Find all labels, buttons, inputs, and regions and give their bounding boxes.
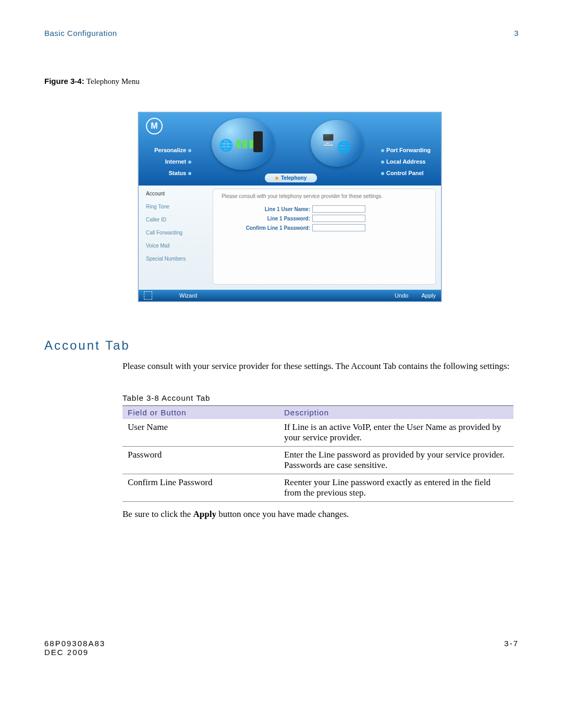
label-user-name: Line 1 User Name:	[222, 206, 312, 212]
nav-port-forwarding[interactable]: Port Forwarding	[379, 147, 431, 153]
form-hint: Please consult with your telephony servi…	[222, 193, 427, 199]
nav-control-panel[interactable]: Control Panel	[379, 170, 431, 176]
cell-field: User Name	[123, 419, 279, 447]
col-header-description: Description	[279, 405, 513, 419]
hero-graphic-left: 🌐 ▮▮▮	[212, 118, 274, 170]
input-line1-password[interactable]	[312, 215, 365, 222]
dot-icon	[188, 149, 191, 152]
section-heading: Account Tab	[44, 338, 519, 353]
dot-icon	[188, 161, 191, 164]
undo-button[interactable]: Undo	[395, 292, 408, 299]
page-number: 3-7	[504, 639, 519, 657]
label-confirm-password: Confirm Line 1 Password:	[222, 225, 312, 231]
input-line1-user-name[interactable]	[312, 205, 365, 213]
wizard-icon[interactable]	[144, 291, 152, 300]
col-header-field: Field or Button	[123, 405, 279, 419]
right-nav: Port Forwarding Local Address Control Pa…	[379, 147, 431, 181]
nav-status[interactable]: Status	[154, 170, 193, 176]
form-panel: Please consult with your telephony servi…	[213, 189, 436, 285]
section-paragraph: Please consult with your service provide…	[123, 361, 519, 373]
table-row: Password Enter the Line password as prov…	[123, 446, 513, 474]
figure-caption: Figure 3-4: Telephony Menu	[44, 77, 519, 86]
sidebar-item-call-forwarding[interactable]: Call Forwarding	[146, 230, 209, 236]
nav-personalize[interactable]: Personalize	[154, 147, 193, 153]
hero-graphic-right: 🖥️ 🌐	[311, 120, 363, 167]
sidebar: Account Ring Tone Caller ID Call Forward…	[139, 186, 213, 290]
app-footer: Wizard Undo Apply	[139, 290, 441, 301]
account-tab-table: Field or Button Description User Name If…	[123, 405, 513, 502]
left-nav: Personalize Internet Status	[154, 147, 193, 181]
nav-internet[interactable]: Internet	[154, 158, 193, 165]
figure-title: Telephony Menu	[87, 77, 140, 85]
app-body: Account Ring Tone Caller ID Call Forward…	[139, 186, 441, 290]
sidebar-item-caller-id[interactable]: Caller ID	[146, 217, 209, 223]
figure-prefix: Figure 3-4:	[44, 77, 84, 85]
dot-icon	[381, 149, 384, 152]
table-row: User Name If Line is an active VoIP, ent…	[123, 419, 513, 447]
label-password: Line 1 Password:	[222, 216, 312, 221]
motorola-logo-icon: M	[146, 118, 163, 134]
apply-button[interactable]: Apply	[421, 292, 436, 299]
tab-telephony[interactable]: Telephony	[265, 174, 317, 182]
page-footer: 68P09308A83 DEC 2009 3-7	[44, 639, 519, 657]
table-row: Confirm Line Password Reenter your Line …	[123, 474, 513, 501]
cell-desc: If Line is an active VoIP, enter the Use…	[279, 419, 513, 447]
doc-id: 68P09308A83	[44, 639, 105, 648]
header-right: 3	[514, 29, 519, 38]
sidebar-item-voice-mail[interactable]: Voice Mail	[146, 243, 209, 249]
dot-icon	[188, 172, 191, 175]
table-caption: Table 3-8 Account Tab	[123, 393, 519, 402]
sidebar-item-special-numbers[interactable]: Special Numbers	[146, 256, 209, 262]
sidebar-item-ring-tone[interactable]: Ring Tone	[146, 204, 209, 209]
running-header: Basic Configuration 3	[44, 29, 519, 38]
header-left: Basic Configuration	[44, 29, 117, 38]
nav-local-address[interactable]: Local Address	[379, 158, 431, 165]
app-header: M 🌐 ▮▮▮ 🖥️ 🌐 Personalize Internet Status…	[139, 113, 441, 186]
sidebar-item-account[interactable]: Account	[146, 191, 209, 196]
dot-icon	[381, 172, 384, 175]
wizard-button[interactable]: Wizard	[179, 292, 197, 299]
cell-field: Password	[123, 446, 279, 474]
cell-field: Confirm Line Password	[123, 474, 279, 501]
dot-icon	[381, 161, 384, 164]
cell-desc: Reenter your Line password exactly as en…	[279, 474, 513, 501]
telephony-menu-screenshot: M 🌐 ▮▮▮ 🖥️ 🌐 Personalize Internet Status…	[138, 112, 442, 302]
apply-note: Be sure to click the Apply button once y…	[123, 509, 519, 520]
doc-date: DEC 2009	[44, 648, 105, 657]
active-dot-icon	[275, 177, 278, 180]
input-confirm-line1-password[interactable]	[312, 224, 365, 231]
cell-desc: Enter the Line password as provided by y…	[279, 446, 513, 474]
